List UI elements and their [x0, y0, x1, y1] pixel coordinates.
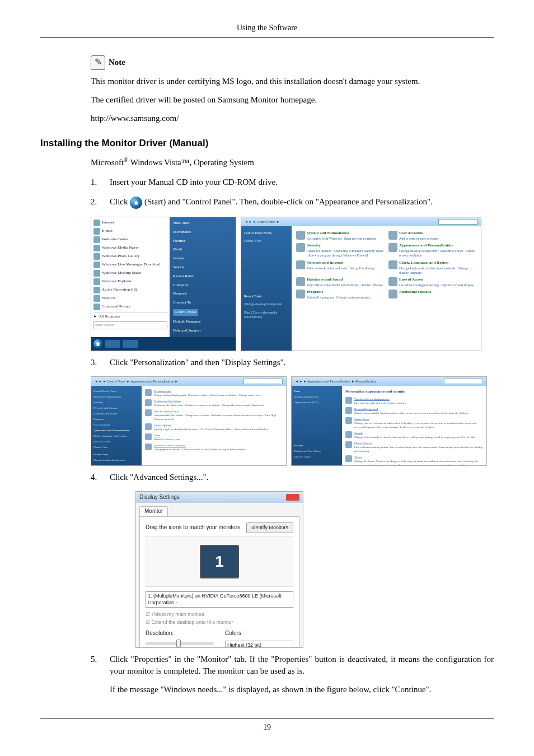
step-1-text: Insert your Manual CD into your CD-ROM d… — [110, 176, 494, 188]
step-5-num: 5. — [91, 654, 110, 665]
start-orb-icon — [130, 197, 142, 209]
identify-monitors-button[interactable]: Identify Monitors — [246, 522, 293, 533]
step-2-num: 2. — [91, 196, 110, 208]
step-3-text: Click "Personalization" and then "Displa… — [110, 357, 494, 368]
step-3: 3. Click "Personalization" and then "Dis… — [91, 357, 494, 368]
chk-main-monitor[interactable]: ☑ This is my main monitor — [146, 611, 293, 618]
chk-extend-desktop[interactable]: ☑ Extend the desktop onto this monitor — [146, 619, 293, 626]
figure-start-menu: Internet E-mail Welcome Center Windows M… — [91, 217, 236, 351]
step-5-p2: If the message "Windows needs..." is dis… — [110, 684, 494, 696]
page-number: 19 — [40, 722, 494, 733]
step-4-num: 4. — [91, 472, 110, 483]
section-heading: Installing the Monitor Driver (Manual) — [40, 137, 494, 150]
figure-appearance-personalization: ◄ ► ► Control Panel ► Appearance and Per… — [91, 376, 287, 466]
colors-select[interactable]: Highest (32 bit) — [225, 641, 293, 648]
monitor-1-icon[interactable]: 1 — [200, 545, 239, 578]
close-icon[interactable] — [286, 494, 299, 501]
step-2: 2. Click (Start) and "Control Panel". Th… — [91, 196, 494, 209]
step-1-num: 1. — [91, 176, 110, 188]
note-line-1: This monitor driver is under certifying … — [91, 76, 494, 87]
note-block: ✎ Note This monitor driver is under cert… — [91, 55, 494, 124]
dialog-title: Display Settings — [139, 493, 180, 501]
note-icon: ✎ — [91, 55, 105, 70]
header-rule — [40, 37, 494, 38]
running-header: Using the Software — [40, 22, 494, 34]
resolution-label: Resolution: — [146, 629, 214, 637]
drag-text: Drag the icons to match your monitors. — [146, 524, 242, 531]
step-5-p1: Click "Properties" in the "Monitor" tab.… — [110, 654, 494, 677]
resolution-slider[interactable] — [146, 642, 214, 645]
note-label: Note — [109, 57, 125, 68]
step-3-num: 3. — [91, 357, 110, 368]
figure-row-2: ◄ ► ► Control Panel ► Appearance and Per… — [91, 376, 494, 466]
figure-control-panel: ◄ ► ► Control Panel ► Control Panel Home… — [241, 217, 481, 351]
figure-row-3: Display Settings Monitor Drag the icons … — [135, 491, 494, 648]
figure-row-1: Internet E-mail Welcome Center Windows M… — [91, 217, 494, 351]
step-4-text: Click "Advanced Settings...". — [110, 472, 494, 483]
step-2-after: (Start) and "Control Panel". Then, doubl… — [144, 197, 433, 206]
tab-monitor[interactable]: Monitor — [139, 506, 168, 516]
os-line: Microsoft® Windows Vista™, Operating Sys… — [91, 156, 494, 169]
figure-display-settings: Display Settings Monitor Drag the icons … — [135, 491, 303, 648]
monitor-select[interactable]: 1. (MultipleMonitors) on NVIDIA GeForce8… — [146, 591, 293, 608]
figure-personalization: ◄ ► ► Appearance and Personalization ► P… — [291, 376, 487, 466]
step-4: 4. Click "Advanced Settings...". — [91, 472, 494, 483]
note-line-3: http://www.samsung.com/ — [91, 113, 494, 124]
step-5: 5. Click "Properties" in the "Monitor" t… — [91, 654, 494, 696]
footer-rule — [40, 718, 494, 718]
note-line-2: The certified driver will be posted on S… — [91, 94, 494, 106]
step-2-before: Click — [110, 197, 130, 206]
monitor-preview[interactable]: 1 — [146, 536, 293, 587]
colors-label: Colors: — [225, 629, 293, 637]
step-1: 1. Insert your Manual CD into your CD-RO… — [91, 176, 494, 188]
